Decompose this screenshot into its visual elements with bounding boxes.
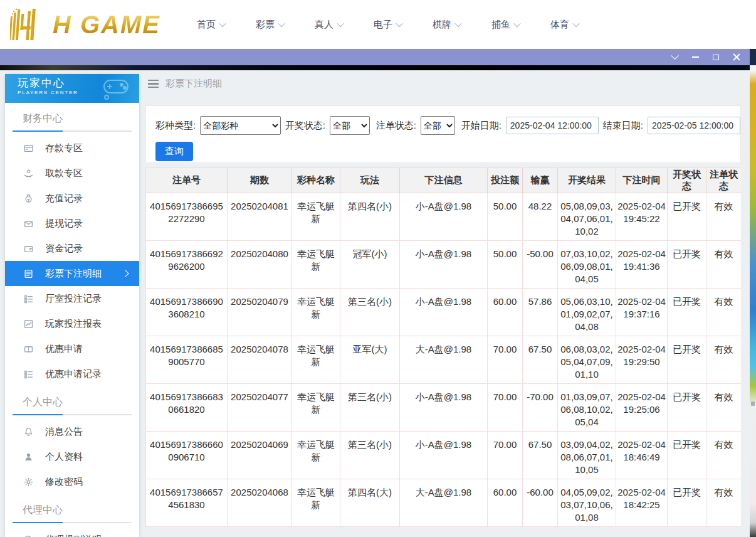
column-header-win-loss: 输赢: [523, 168, 558, 193]
nav-item-5[interactable]: 棋牌: [433, 19, 461, 31]
cell-order-id: 401569173866903608210: [146, 289, 228, 336]
sidebar-item-label: 提现记录: [45, 218, 83, 230]
sidebar-item-deposit[interactable]: 存款专区: [5, 136, 139, 161]
filter-row: 彩种类型: 全部彩种 开奖状态: 全部 注单状态: 全部 开始日期: 结束日期:: [146, 106, 740, 135]
sidebar-section-title-1: 财务中心: [23, 112, 139, 125]
lottery-type-select[interactable]: 全部彩种: [200, 116, 281, 135]
cell-win-loss: -60.00: [523, 479, 558, 527]
sidebar-item-agent-rules[interactable]: 代理规则说明: [5, 527, 139, 537]
sidebar-item-label: 个人资料: [45, 451, 83, 463]
cell-bet-amount: 70.00: [488, 336, 523, 384]
cell-order-status: 有效: [706, 479, 742, 527]
withdrawal-record-icon: [24, 218, 34, 228]
nav-item-label: 真人: [315, 19, 333, 31]
sidebar-header: 玩家中心 PLAYERS CENTER: [5, 74, 139, 103]
cell-win-loss: 48.22: [523, 193, 558, 241]
nav-item-label: 首页: [197, 19, 216, 31]
start-date-input[interactable]: [506, 117, 599, 134]
chevron-down-icon: [572, 20, 579, 27]
nav-item-label: 电子: [374, 19, 392, 31]
nav-item-7[interactable]: 体育: [550, 19, 579, 31]
withdraw-icon: [24, 168, 34, 178]
nav-item-label: 体育: [550, 19, 569, 31]
nav-item-label: 棋牌: [433, 19, 451, 31]
cell-play-type: 亚军(大): [340, 336, 400, 384]
table-header-row: 注单号期数彩种名称玩法下注信息投注额输赢开奖结果下注时间开奖状态注单状态: [146, 168, 742, 193]
sidebar-item-withdrawal-record[interactable]: 提现记录: [5, 211, 139, 236]
sidebar-item-withdraw[interactable]: 取款专区: [5, 161, 139, 186]
sidebar-item-label: 优惠申请: [45, 343, 83, 355]
cell-draw-status: 已开奖: [668, 432, 706, 479]
nav-item-6[interactable]: 捕鱼: [491, 19, 520, 31]
cell-lottery-name: 幸运飞艇新: [292, 193, 340, 241]
cell-play-type: 第四名(大): [340, 479, 400, 527]
page-title: 彩票下注明细: [165, 78, 222, 90]
sidebar-item-password[interactable]: 修改密码: [5, 469, 139, 494]
bet-records-table-wrap: 注单号期数彩种名称玩法下注信息投注额输赢开奖结果下注时间开奖状态注单状态4015…: [145, 167, 741, 537]
nav-item-4[interactable]: 电子: [374, 19, 402, 31]
column-header-bet-info: 下注信息: [400, 168, 488, 193]
sidebar-item-promo-apply[interactable]: 优惠申请: [5, 336, 139, 361]
app-window: H GAME 首页彩票真人电子棋牌捕鱼体育 玩家中心 PLAYERS CENTE…: [0, 0, 756, 537]
cell-draw-status: 已开奖: [668, 479, 706, 527]
sidebar-section-title-2: 个人中心: [23, 396, 139, 408]
nav-item-3[interactable]: 真人: [315, 19, 343, 31]
draw-status-select[interactable]: 全部: [330, 116, 370, 135]
cell-win-loss: 67.50: [523, 336, 558, 384]
cell-bet-time: 2025-02-04 19:25:06: [616, 384, 668, 432]
table-header: 注单号期数彩种名称玩法下注信息投注额输赢开奖结果下注时间开奖状态注单状态: [146, 168, 742, 193]
cell-lottery-name: 幸运飞艇新: [292, 241, 340, 289]
sidebar-item-recharge-record[interactable]: 充值记录: [5, 186, 139, 211]
cell-bet-info: 小-A盘@1.98: [400, 384, 488, 432]
sidebar-item-hall-bets[interactable]: 厅室投注记录: [5, 286, 139, 311]
deposit-icon: [24, 143, 34, 153]
cell-lottery-name: 幸运飞艇新: [292, 432, 340, 479]
cell-order-status: 有效: [706, 193, 742, 241]
cell-draw-result: 01,03,09,07,06,08,10,02,05,04: [558, 384, 616, 432]
sidebar-item-label: 资金记录: [45, 243, 83, 255]
recharge-record-icon: [24, 193, 34, 203]
search-button[interactable]: 查询: [155, 142, 193, 161]
cell-order-id: 401569173866574561830: [146, 479, 228, 527]
cell-play-type: 第四名(小): [340, 193, 400, 241]
bet-records-table: 注单号期数彩种名称玩法下注信息投注额输赢开奖结果下注时间开奖状态注单状态4015…: [145, 167, 741, 527]
nav-item-2[interactable]: 彩票: [256, 19, 284, 31]
column-header-lottery-name: 彩种名称: [292, 168, 340, 193]
order-status-select[interactable]: 全部: [421, 116, 455, 135]
menu-toggle-icon[interactable]: [148, 80, 159, 88]
sidebar-item-notice[interactable]: 消息公告: [5, 419, 139, 444]
cell-order-status: 有效: [706, 336, 742, 384]
window-collapse-chevron-icon[interactable]: [670, 53, 679, 61]
hall-bets-icon: [24, 294, 34, 304]
start-date-label: 开始日期:: [461, 120, 501, 132]
sidebar-item-lottery-bets[interactable]: 彩票下注明细: [5, 261, 139, 286]
sidebar-item-label: 充值记录: [45, 193, 83, 205]
sidebar-item-label: 代理规则说明: [45, 534, 102, 537]
chevron-down-icon: [454, 20, 461, 27]
sidebar-item-label: 修改密码: [45, 476, 83, 488]
sidebar-item-funds-record[interactable]: 资金记录: [5, 236, 139, 261]
cell-bet-time: 2025-02-04 19:41:36: [616, 241, 668, 289]
cell-order-status: 有效: [706, 289, 742, 336]
cell-bet-info: 大-A盘@1.98: [400, 479, 488, 527]
divider-blue-segment: [13, 414, 63, 415]
sidebar-item-profile[interactable]: 个人资料: [5, 444, 139, 469]
window-maximize-button[interactable]: [711, 53, 720, 61]
table-row: 40156917386683066182020250204077幸运飞艇新第三名…: [146, 384, 742, 432]
cell-period: 20250204078: [228, 336, 292, 384]
logo[interactable]: H GAME: [10, 8, 160, 41]
cell-bet-amount: 60.00: [488, 289, 523, 336]
filter-panel: 彩种类型: 全部彩种 开奖状态: 全部 注单状态: 全部 开始日期: 结束日期:: [145, 105, 741, 163]
cell-draw-result: 05,06,03,10,01,09,02,07,04,08: [558, 289, 616, 336]
end-date-input[interactable]: [648, 117, 740, 134]
nav-item-1[interactable]: 首页: [197, 19, 225, 31]
lottery-type-label: 彩种类型:: [155, 120, 196, 132]
sidebar-item-report[interactable]: 玩家投注报表: [5, 311, 139, 336]
logo-bars-icon: [10, 8, 49, 41]
cell-draw-status: 已开奖: [668, 241, 706, 289]
sidebar-item-promo-record[interactable]: 优惠申请记录: [5, 361, 139, 386]
window-minimize-button[interactable]: [691, 53, 700, 61]
cell-bet-amount: 70.00: [488, 384, 523, 432]
window-close-button[interactable]: [732, 53, 741, 61]
cell-play-type: 第三名(小): [340, 289, 400, 336]
